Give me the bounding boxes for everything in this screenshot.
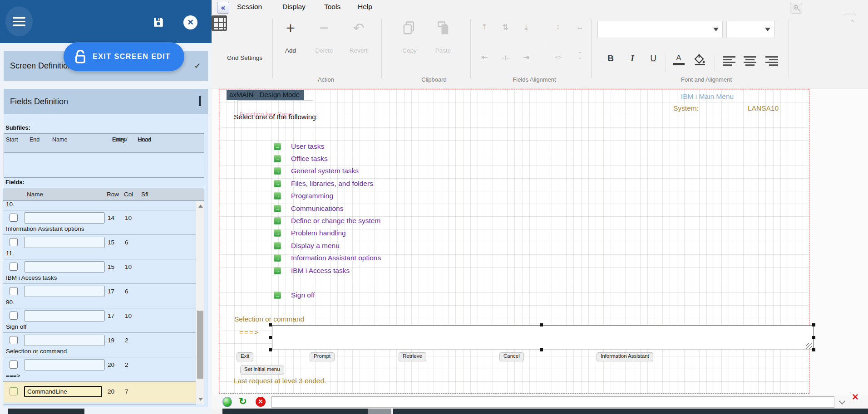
paste-icon[interactable]: [436, 21, 449, 35]
fields-definition-header[interactable]: Fields Definition: [4, 89, 208, 114]
status-message[interactable]: Last request at level 3 ended.: [234, 377, 326, 385]
scroll-down-icon[interactable]: [198, 398, 203, 401]
select-prompt-text[interactable]: Select one of the following:: [234, 113, 318, 121]
option-label[interactable]: Define or change the system: [291, 217, 380, 225]
function-key-chip[interactable]: Cancel: [499, 352, 524, 361]
revert-icon[interactable]: ↶: [346, 20, 371, 36]
selection-handle[interactable]: [269, 323, 272, 326]
italic-button[interactable]: I: [626, 54, 638, 63]
field-name-input[interactable]: [24, 261, 105, 273]
field-row[interactable]: 14 6 10.: [3, 201, 196, 210]
underline-button[interactable]: U: [647, 54, 659, 63]
delete-button[interactable]: Delete: [312, 47, 336, 54]
menu-option[interactable]: → General system tasks: [274, 165, 381, 177]
selection-handle[interactable]: [269, 336, 272, 339]
align-top-icon[interactable]: ⤒: [478, 23, 491, 32]
stretch-vertical-icon[interactable]: ↕: [551, 23, 565, 32]
align-bottom-icon[interactable]: ⤓: [519, 23, 533, 32]
option-label[interactable]: Programming: [291, 192, 333, 200]
font-color-button[interactable]: A: [673, 54, 685, 65]
paste-button[interactable]: Paste: [430, 47, 456, 54]
font-size-select[interactable]: [726, 21, 774, 38]
menu-option[interactable]: → Display a menu: [274, 239, 381, 252]
stretch-horizontal-icon[interactable]: ↔: [573, 23, 587, 32]
field-name-input[interactable]: [24, 237, 105, 248]
option-label[interactable]: Communications: [291, 205, 343, 213]
function-key-chip[interactable]: Exit: [237, 352, 253, 361]
grid-settings-icon[interactable]: [212, 15, 227, 31]
menu-option[interactable]: → Files, libraries, and folders: [274, 177, 381, 190]
menu-display[interactable]: Display: [282, 3, 306, 11]
selection-handle[interactable]: [812, 323, 815, 326]
screen-title[interactable]: IBM i Main Menu: [669, 93, 746, 101]
exit-screen-edit-button[interactable]: EXIT SCREEN EDIT: [64, 42, 184, 71]
field-name-input[interactable]: [24, 335, 105, 346]
command-arrow-label[interactable]: ===>: [239, 328, 259, 336]
option-label[interactable]: General system tasks: [291, 167, 359, 175]
selection-handle[interactable]: [540, 323, 543, 326]
set-initial-menu-chip[interactable]: Set initial menu: [240, 365, 284, 375]
design-mode-tab[interactable]: axMAIN - Design Mode: [227, 90, 304, 100]
selection-handle[interactable]: [812, 336, 815, 339]
option-label[interactable]: Information Assistant options: [291, 254, 381, 262]
refresh-icon[interactable]: ↻: [239, 396, 247, 407]
terminal-screen-grid[interactable]: axMAIN - Design Mode IBM i Main Menu Sys…: [219, 89, 809, 394]
menu-option[interactable]: → Communications: [274, 202, 381, 214]
field-row[interactable]: 17 6 90.: [3, 284, 196, 308]
option-label[interactable]: IBM i Access tasks: [291, 267, 350, 275]
save-button[interactable]: [153, 16, 164, 28]
field-row[interactable]: 15 10 IBM i Access tasks: [3, 259, 196, 284]
scroll-up-icon[interactable]: [198, 205, 203, 208]
collapse-sidebar-button[interactable]: «: [217, 2, 229, 14]
close-button[interactable]: ✕: [183, 15, 197, 29]
field-row[interactable]: 15 6 11.: [3, 235, 196, 259]
field-name-input[interactable]: [24, 359, 105, 370]
delete-icon[interactable]: −: [312, 19, 336, 37]
menu-tools[interactable]: Tools: [324, 3, 340, 11]
menu-option[interactable]: → Problem handling: [274, 227, 381, 239]
menu-help[interactable]: Help: [358, 3, 372, 11]
scrollbar-thumb[interactable]: [197, 311, 203, 379]
field-name-input[interactable]: [24, 310, 105, 321]
align-middle-vertical-icon[interactable]: ⇅: [498, 23, 512, 32]
field-row-checkbox[interactable]: [10, 360, 18, 369]
field-row[interactable]: 20 7: [3, 382, 196, 402]
field-row[interactable]: 14 10 Information Assistant options: [3, 210, 196, 235]
option-label[interactable]: Problem handling: [291, 229, 346, 237]
menu-option[interactable]: → Information Assistant options: [274, 252, 381, 264]
signoff-option[interactable]: → Sign off: [274, 289, 315, 301]
field-row-checkbox[interactable]: [10, 312, 18, 320]
field-row-checkbox[interactable]: [10, 263, 18, 271]
system-value[interactable]: LANSA10: [748, 104, 779, 112]
align-center-horizontal-icon[interactable]: →|←: [498, 54, 512, 60]
menu-option[interactable]: → IBM i Access tasks: [274, 264, 381, 277]
font-family-select[interactable]: [597, 21, 723, 38]
selection-handle[interactable]: [269, 348, 272, 351]
fields-scrollbar[interactable]: [196, 201, 204, 404]
subfiles-table-body[interactable]: [4, 153, 204, 177]
field-name-input[interactable]: [24, 212, 105, 224]
field-name-input[interactable]: [24, 286, 105, 297]
option-label[interactable]: Files, libraries, and folders: [291, 180, 373, 188]
zoom-out-button[interactable]: −: [790, 3, 802, 14]
bold-button[interactable]: B: [605, 54, 616, 63]
option-label[interactable]: Display a menu: [291, 242, 340, 250]
close-bar-icon[interactable]: ✕: [852, 392, 859, 402]
option-label[interactable]: User tasks: [291, 142, 324, 151]
field-row-checkbox[interactable]: [10, 214, 18, 222]
menu-session[interactable]: Session: [237, 3, 262, 11]
function-key-chip[interactable]: Prompt: [310, 352, 335, 361]
field-row[interactable]: 19 2 Selection or command: [3, 333, 196, 357]
align-text-center-icon[interactable]: [744, 56, 756, 67]
add-icon[interactable]: +: [281, 19, 301, 37]
system-label[interactable]: System:: [673, 104, 699, 112]
field-name-input[interactable]: [24, 386, 102, 397]
spread-horizontal-icon[interactable]: < >: [551, 54, 565, 60]
resize-hatch-icon[interactable]: [806, 343, 812, 349]
chevron-down-icon[interactable]: [839, 398, 845, 404]
spread-vertical-icon[interactable]: ⌃⌄: [573, 52, 587, 59]
menu-option[interactable]: → User tasks: [274, 140, 381, 152]
function-key-chip[interactable]: Information Assistant: [597, 352, 653, 361]
align-text-right-icon[interactable]: [765, 56, 778, 67]
copy-icon[interactable]: [402, 21, 416, 35]
